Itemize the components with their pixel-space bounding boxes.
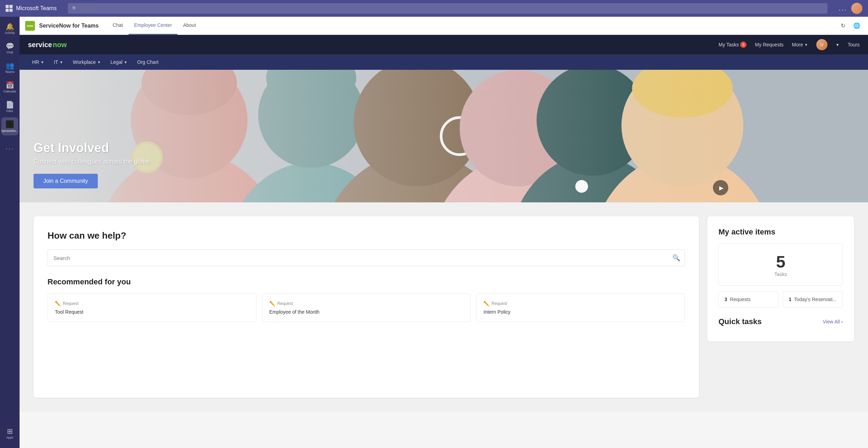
sidebar-label-activity: Activity <box>5 31 15 35</box>
sidebar-label-files: Files <box>6 109 13 113</box>
sn-logo-service: service <box>28 41 52 49</box>
view-all-chevron: › <box>841 319 843 324</box>
hero-subtitle: Connect with colleagues across the globe <box>34 158 721 165</box>
rec-name-1: Tool Request <box>55 309 249 315</box>
sidebar-item-servicenow[interactable]: ServiceNo... <box>1 117 18 135</box>
nav-org-chart[interactable]: Org Chart <box>133 57 162 68</box>
sn-logo: servicenow <box>28 41 67 49</box>
left-sidebar: 🔔 Activity 💬 Chat 👥 Teams 📅 Calendar 📄 F… <box>0 17 20 448</box>
reservations-item[interactable]: 1 Today's Reservati... <box>783 291 843 307</box>
rec-card-2[interactable]: ✏️ Request Employee of the Month <box>262 293 471 322</box>
help-title: How can we help? <box>48 230 685 241</box>
teams-title-bar: Microsoft Teams 🔍 ... <box>0 0 868 17</box>
tours-nav[interactable]: Tours <box>848 42 860 47</box>
nav-legal[interactable]: Legal ▼ <box>106 57 131 68</box>
help-card: How can we help? 🔍 Recommended for you ✏… <box>34 216 699 398</box>
more-caret: ▼ <box>804 43 808 47</box>
rec-grid: ✏️ Request Tool Request ✏️ Request Emplo… <box>48 293 685 322</box>
reservations-label: Today's Reservati... <box>794 297 837 302</box>
sidebar-item-chat[interactable]: 💬 Chat <box>1 39 18 57</box>
sidebar-label-apps: Apps <box>6 436 14 439</box>
globe-icon[interactable]: 🌐 <box>851 20 862 31</box>
app-grid-icon[interactable] <box>6 5 13 12</box>
requests-count: 3 <box>724 297 727 302</box>
tasks-badge: 5 <box>740 42 746 48</box>
help-search-input[interactable] <box>48 249 685 266</box>
more-nav[interactable]: More ▼ <box>792 42 808 47</box>
sn-nav-right: My Tasks 5 My Requests More ▼ U ▼ Tours <box>719 39 860 50</box>
hero-text-block: Get Involved Connect with colleagues acr… <box>34 141 721 188</box>
rec-type-3: ✏️ Request <box>483 301 678 306</box>
sidebar-item-files[interactable]: 📄 Files <box>1 98 18 116</box>
active-items-title: My active items <box>719 227 843 237</box>
rec-edit-icon-3: ✏️ <box>483 301 489 306</box>
servicenow-app-logo: now <box>25 21 35 31</box>
tasks-number: 5 <box>727 252 834 271</box>
help-search-wrapper: 🔍 <box>48 249 685 266</box>
rec-card-1[interactable]: ✏️ Request Tool Request <box>48 293 256 322</box>
avatar-caret[interactable]: ▼ <box>836 43 839 47</box>
nav-workplace[interactable]: Workplace ▼ <box>69 57 105 68</box>
calendar-icon: 📅 <box>6 82 14 89</box>
main-content: servicenow My Tasks 5 My Requests More ▼… <box>20 35 868 448</box>
app-title: Microsoft Teams <box>16 5 57 12</box>
chat-icon: 💬 <box>6 43 14 50</box>
sn-subnav: HR ▼ IT ▼ Workplace ▼ Legal ▼ Org Chart <box>20 54 868 70</box>
join-community-button[interactable]: Join a Community <box>34 174 98 188</box>
sn-logo-now: now <box>53 41 67 49</box>
rec-edit-icon-1: ✏️ <box>55 301 61 306</box>
app-tab-bar: now ServiceNow for Teams Chat Employee C… <box>20 17 868 35</box>
it-caret: ▼ <box>60 60 63 64</box>
sidebar-label-calendar: Calendar <box>3 90 16 93</box>
hr-caret: ▼ <box>41 60 44 64</box>
sidebar-item-apps[interactable]: ⊞ Apps <box>1 424 18 442</box>
sidebar-label-servicenow: ServiceNo... <box>1 129 18 133</box>
play-button[interactable] <box>713 180 728 195</box>
nav-it[interactable]: IT ▼ <box>50 57 67 68</box>
files-icon: 📄 <box>6 101 14 108</box>
view-all-link[interactable]: View All › <box>823 319 843 324</box>
sn-navbar: servicenow My Tasks 5 My Requests More ▼… <box>20 35 868 54</box>
reservations-count: 1 <box>789 297 792 302</box>
user-avatar[interactable] <box>851 3 862 14</box>
sn-user-avatar[interactable]: U <box>816 39 827 50</box>
tasks-box: 5 Tasks <box>719 244 843 286</box>
recommended-title: Recommended for you <box>48 277 685 286</box>
sidebar-label-chat: Chat <box>6 51 13 54</box>
requests-item[interactable]: 3 Requests <box>719 291 779 307</box>
tasks-label: Tasks <box>727 271 834 277</box>
rec-name-3: Intern Policy <box>483 309 678 315</box>
quick-tasks-header: Quick tasks View All › <box>719 317 843 326</box>
more-options-icon[interactable]: ... <box>839 5 847 12</box>
sidebar-item-dots[interactable]: ● ● ● <box>1 140 18 158</box>
search-bar[interactable]: 🔍 <box>68 3 827 14</box>
teams-icon: 👥 <box>6 62 14 69</box>
servicenow-icon <box>6 120 14 128</box>
sidebar-item-teams[interactable]: 👥 Teams <box>1 59 18 77</box>
active-items-card: My active items 5 Tasks 3 Requests 1 Tod… <box>707 216 854 342</box>
my-tasks-nav[interactable]: My Tasks 5 <box>719 42 746 48</box>
tab-chat[interactable]: Chat <box>107 17 129 35</box>
rec-edit-icon-2: ✏️ <box>269 301 275 306</box>
tab-about[interactable]: About <box>177 17 202 35</box>
app-name: ServiceNow for Teams <box>39 23 99 29</box>
refresh-icon[interactable]: ↻ <box>837 20 848 31</box>
nav-hr[interactable]: HR ▼ <box>28 57 48 68</box>
rec-name-2: Employee of the Month <box>269 309 464 315</box>
rec-card-3[interactable]: ✏️ Request Intern Policy <box>476 293 685 322</box>
rec-type-2: ✏️ Request <box>269 301 464 306</box>
tab-employee-center[interactable]: Employee Center <box>129 17 177 35</box>
sidebar-item-calendar[interactable]: 📅 Calendar <box>1 78 18 96</box>
search-input[interactable] <box>80 6 823 11</box>
legal-caret: ▼ <box>124 60 127 64</box>
sidebar-item-activity[interactable]: 🔔 Activity <box>1 20 18 38</box>
activity-icon: 🔔 <box>6 23 14 30</box>
my-requests-nav[interactable]: My Requests <box>755 42 783 47</box>
requests-label: Requests <box>730 297 751 302</box>
rec-type-1: ✏️ Request <box>55 301 249 306</box>
search-icon: 🔍 <box>72 6 78 11</box>
tab-bar-icons: ↻ 🌐 <box>837 20 862 31</box>
hero-title: Get Involved <box>34 141 721 155</box>
hero-content: Get Involved Connect with colleagues acr… <box>20 70 735 202</box>
help-search-icon: 🔍 <box>672 254 680 262</box>
